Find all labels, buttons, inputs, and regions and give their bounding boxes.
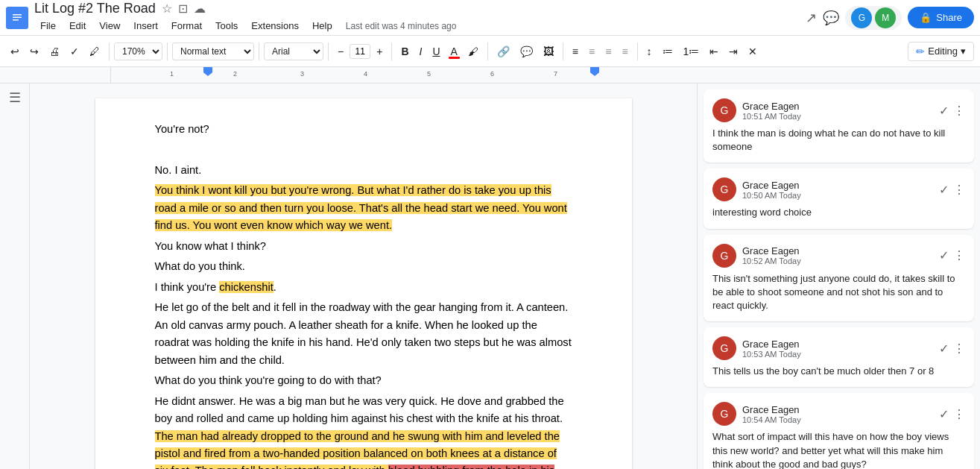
divider-6 <box>487 43 488 60</box>
comment-meta-3: Grace Eagen 10:52 AM Today <box>742 245 801 265</box>
menu-insert[interactable]: Insert <box>127 17 164 34</box>
share-button[interactable]: 🔒 Share <box>908 7 974 28</box>
menu-extensions[interactable]: Extensions <box>245 17 305 34</box>
toolbar: ↩ ↪ 🖨 ✓ 🖊 170% 100% Normal text Heading … <box>0 36 980 67</box>
divider-4 <box>328 43 329 60</box>
comment-time-5: 10:54 AM Today <box>742 415 801 424</box>
author-name-3: Grace Eagen <box>742 245 801 256</box>
comment-text-5: What sort of impact will this have on ho… <box>712 430 965 469</box>
author-name-4: Grace Eagen <box>742 339 801 350</box>
menu-bar: File Edit View Insert Format Tools Exten… <box>34 17 338 34</box>
ruler: 1 2 3 4 5 6 7 <box>0 67 980 84</box>
doc-title[interactable]: Lit Log #2 The Road <box>34 1 156 16</box>
text-style-select[interactable]: Normal text Heading 1 Heading 2 <box>172 43 254 60</box>
highlight-button[interactable]: 🖌 <box>464 43 483 60</box>
comment-card-1: G Grace Eagen 10:51 AM Today ✓ ⋮ I think… <box>704 89 974 163</box>
more-options-icon-1[interactable]: ⋮ <box>953 104 965 118</box>
tab-stop-marker-2 <box>590 67 599 76</box>
bold-button[interactable]: B <box>396 43 413 60</box>
comment-add-button[interactable]: 💬 <box>516 43 537 60</box>
clear-format-button[interactable]: ✕ <box>744 43 762 60</box>
trending-icon[interactable]: ↗ <box>806 10 817 26</box>
comment-card-3: G Grace Eagen 10:52 AM Today ✓ ⋮ This is… <box>704 235 974 322</box>
align-left-button[interactable]: ≡ <box>568 43 583 60</box>
divider-3 <box>259 43 259 60</box>
comment-header-4: G Grace Eagen 10:53 AM Today ✓ ⋮ <box>712 336 965 360</box>
bullet-list-button[interactable]: ≔ <box>658 43 677 60</box>
comment-actions-3: ✓ ⋮ <box>939 248 965 262</box>
chevron-down-icon: ▾ <box>961 45 966 57</box>
para-3: No. I aint. <box>155 162 572 179</box>
menu-format[interactable]: Format <box>165 17 208 34</box>
author-name-2: Grace Eagen <box>742 180 801 191</box>
font-size-decrease[interactable]: − <box>333 43 348 60</box>
resolve-icon-2[interactable]: ✓ <box>939 183 949 197</box>
italic-button[interactable]: I <box>415 43 427 60</box>
para-10: He didnt answer. He was a big man but he… <box>155 393 572 469</box>
menu-view[interactable]: View <box>93 17 126 34</box>
editing-mode-button[interactable]: ✏ Editing ▾ <box>908 42 974 61</box>
font-size-input[interactable] <box>350 44 370 59</box>
line-spacing-button[interactable]: ↕ <box>642 43 657 60</box>
comment-author-area-4: G Grace Eagen 10:53 AM Today <box>712 336 801 360</box>
undo-button[interactable]: ↩ <box>6 43 24 60</box>
doc-title-area: Lit Log #2 The Road ☆ ⊡ ☁ File Edit View… <box>34 1 800 34</box>
left-sidebar: ☰ <box>0 84 30 469</box>
cloud-icon[interactable]: ☁ <box>194 1 206 16</box>
font-size-increase[interactable]: + <box>372 43 387 60</box>
comment-time-2: 10:50 AM Today <box>742 191 801 200</box>
para-9: What do you think you're going to do wit… <box>155 372 572 389</box>
paint-format-button[interactable]: 🖊 <box>85 43 104 60</box>
more-options-icon-3[interactable]: ⋮ <box>953 248 965 262</box>
avatar-1: G <box>712 98 736 122</box>
outline-icon[interactable]: ☰ <box>9 89 21 106</box>
history-icon[interactable]: ⊡ <box>178 1 188 16</box>
last-edit: Last edit was 4 minutes ago <box>346 21 457 31</box>
resolve-icon-5[interactable]: ✓ <box>939 407 949 421</box>
comment-author-area-5: G Grace Eagen 10:54 AM Today <box>712 402 801 426</box>
numbered-list-button[interactable]: 1≔ <box>679 43 704 60</box>
para-1: You're not? <box>155 121 572 138</box>
para-6: What do you think. <box>155 258 572 275</box>
comment-text-4: This tells us the boy can't be much olde… <box>712 365 965 378</box>
menu-help[interactable]: Help <box>306 17 338 34</box>
menu-file[interactable]: File <box>34 17 62 34</box>
print-button[interactable]: 🖨 <box>45 43 64 60</box>
comment-time-1: 10:51 AM Today <box>742 112 801 121</box>
comment-icon[interactable]: 💬 <box>823 10 839 26</box>
resolve-icon-3[interactable]: ✓ <box>939 248 949 262</box>
author-name-1: Grace Eagen <box>742 101 801 112</box>
resolve-icon-1[interactable]: ✓ <box>939 104 949 118</box>
text-content[interactable]: You're not? No. I aint. You think I wont… <box>155 121 572 469</box>
text-color-button[interactable]: A <box>446 43 462 60</box>
star-icon[interactable]: ☆ <box>162 1 172 16</box>
menu-tools[interactable]: Tools <box>209 17 244 34</box>
align-right-button[interactable]: ≡ <box>601 43 616 60</box>
more-options-icon-5[interactable]: ⋮ <box>953 407 965 421</box>
spellcheck-button[interactable]: ✓ <box>66 43 83 60</box>
comment-meta-4: Grace Eagen 10:53 AM Today <box>742 339 801 359</box>
editor-area[interactable]: You're not? No. I aint. You think I wont… <box>30 84 697 469</box>
comment-header-5: G Grace Eagen 10:54 AM Today ✓ ⋮ <box>712 402 965 426</box>
para-5: You know what I think? <box>155 238 572 255</box>
underline-button[interactable]: U <box>428 43 444 60</box>
para-4: You think I wont kill you but you're wro… <box>155 182 572 234</box>
indent-more-button[interactable]: ⇥ <box>724 43 742 60</box>
zoom-select[interactable]: 170% 100% <box>114 43 162 60</box>
comment-text-2: interesting word choice <box>712 206 965 219</box>
link-button[interactable]: 🔗 <box>493 43 514 60</box>
document-page[interactable]: You're not? No. I aint. You think I wont… <box>95 98 632 469</box>
more-options-icon-2[interactable]: ⋮ <box>953 183 965 197</box>
align-center-button[interactable]: ≡ <box>584 43 599 60</box>
indent-less-button[interactable]: ⇤ <box>705 43 723 60</box>
menu-edit[interactable]: Edit <box>63 17 92 34</box>
align-justify-button[interactable]: ≡ <box>617 43 632 60</box>
redo-button[interactable]: ↪ <box>25 43 43 60</box>
svg-rect-1 <box>13 14 22 16</box>
more-options-icon-4[interactable]: ⋮ <box>953 341 965 356</box>
resolve-icon-4[interactable]: ✓ <box>939 341 949 356</box>
font-select[interactable]: Arial Times New Roman <box>264 43 323 60</box>
highlighted-text-1: You think I wont kill you but you're wro… <box>155 184 567 231</box>
comment-header-3: G Grace Eagen 10:52 AM Today ✓ ⋮ <box>712 244 965 268</box>
image-button[interactable]: 🖼 <box>539 43 558 60</box>
